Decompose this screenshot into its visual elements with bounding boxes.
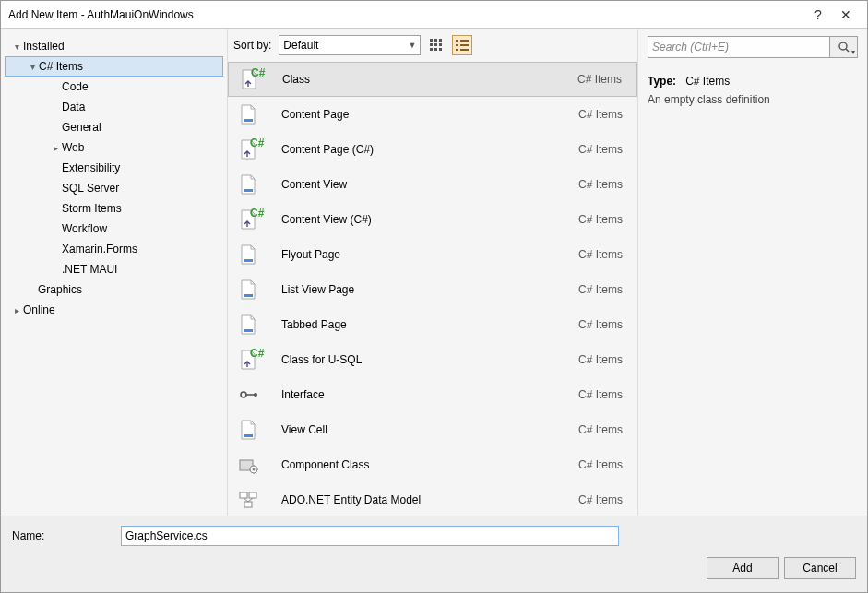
tree-item-label: Online (23, 303, 55, 316)
svg-point-37 (839, 42, 847, 50)
tree-item[interactable]: Graphics (5, 279, 223, 300)
svg-point-30 (253, 468, 256, 471)
tree-item-label: C# Items (39, 60, 83, 73)
tree-item[interactable]: Xamarin.Forms (5, 239, 223, 259)
template-label: Content View (278, 178, 560, 191)
page-icon (237, 243, 259, 266)
template-item[interactable]: C#Content View (C#)C# Items (228, 202, 637, 237)
template-category: C# Items (578, 318, 628, 331)
type-label: Type: (648, 75, 676, 88)
svg-rect-4 (434, 43, 437, 46)
tree-item-label: .NET MAUI (62, 263, 117, 276)
svg-rect-8 (439, 48, 442, 51)
svg-text:C#: C# (251, 66, 266, 79)
template-label: Content Page (C#) (278, 143, 560, 156)
template-item[interactable]: Flyout PageC# Items (228, 237, 637, 272)
add-button[interactable]: Add (707, 557, 779, 579)
svg-rect-31 (240, 492, 247, 498)
description-text: An empty class definition (648, 93, 858, 106)
tree-item-label: Installed (23, 40, 65, 53)
svg-text:C#: C# (250, 136, 265, 149)
svg-rect-18 (244, 189, 253, 192)
tree-item-label: General (62, 121, 101, 134)
template-item[interactable]: ADO.NET Entity Data ModelC# Items (228, 482, 637, 516)
template-item[interactable]: List View PageC# Items (228, 272, 637, 307)
footer: Name: Add Cancel (1, 516, 867, 592)
expander-icon[interactable]: ▸ (10, 305, 23, 315)
page-icon (237, 173, 259, 196)
tree-item[interactable]: ▸Online (5, 300, 223, 320)
tree-item[interactable]: Code (5, 77, 223, 97)
name-label: Name: (12, 529, 113, 542)
svg-point-26 (254, 393, 257, 397)
template-item[interactable]: C#Content Page (C#)C# Items (228, 132, 637, 167)
svg-rect-20 (244, 259, 253, 262)
search-button[interactable]: ▾ (830, 36, 858, 58)
page-icon (237, 314, 259, 336)
tree-item-label: Storm Items (62, 202, 122, 215)
tree-item[interactable]: Data (5, 97, 223, 117)
template-item[interactable]: View CellC# Items (228, 412, 637, 447)
template-category: C# Items (578, 248, 628, 261)
view-grid-button[interactable] (426, 35, 446, 55)
tree-item-label: Workflow (62, 222, 107, 235)
template-label: Class for U-SQL (278, 353, 560, 366)
template-item[interactable]: Content PageC# Items (228, 97, 637, 132)
tree-item-label: Extensibility (62, 161, 120, 174)
template-label: Class (279, 73, 559, 86)
template-label: Content Page (278, 108, 560, 121)
close-button[interactable]: ✕ (832, 1, 860, 29)
tree-item[interactable]: General (5, 117, 223, 137)
sort-label: Sort by: (233, 39, 271, 52)
cancel-button[interactable]: Cancel (784, 557, 856, 579)
window-title: Add New Item - AuthMauiOnWindows (8, 8, 804, 21)
template-item[interactable]: C#ClassC# Items (228, 62, 637, 97)
interface-icon (237, 384, 259, 406)
tree-item[interactable]: Extensibility (5, 158, 223, 178)
tree-item[interactable]: ▸Web (5, 137, 223, 158)
template-category: C# Items (578, 143, 628, 156)
template-label: Flyout Page (278, 248, 560, 261)
template-category: C# Items (578, 283, 628, 296)
tree-item[interactable]: Workflow (5, 219, 223, 239)
tree-item[interactable]: .NET MAUI (5, 259, 223, 279)
tree-item[interactable]: ▾C# Items (5, 56, 223, 77)
template-label: Interface (278, 388, 560, 401)
search-input[interactable] (648, 36, 830, 58)
name-row: Name: (12, 526, 856, 546)
svg-rect-2 (439, 39, 442, 42)
csharp-icon: C# (237, 138, 259, 160)
tree-item[interactable]: Storm Items (5, 198, 223, 219)
help-button[interactable]: ? (804, 1, 832, 29)
entity-icon (237, 489, 259, 511)
toolbar: Sort by: Default ▼ (228, 29, 637, 62)
csharp-icon: C# (237, 208, 259, 231)
template-category: C# Items (578, 353, 628, 366)
category-tree: ▾Installed▾C# ItemsCodeDataGeneral▸WebEx… (1, 29, 227, 516)
type-line: Type: C# Items (648, 75, 858, 88)
template-category: C# Items (578, 213, 628, 226)
tree-item-label: Xamarin.Forms (62, 243, 137, 255)
template-item[interactable]: Content ViewC# Items (228, 167, 637, 202)
svg-rect-9 (456, 40, 458, 42)
svg-rect-32 (249, 492, 256, 498)
name-input[interactable] (121, 526, 619, 546)
sort-dropdown[interactable]: Default ▼ (279, 35, 421, 55)
tree-item-label: SQL Server (62, 182, 119, 195)
svg-rect-11 (456, 44, 458, 46)
expander-icon[interactable]: ▾ (26, 62, 39, 72)
chevron-down-icon: ▼ (408, 41, 416, 50)
template-item[interactable]: Tabbed PageC# Items (228, 307, 637, 342)
view-list-button[interactable] (452, 35, 472, 55)
expander-icon[interactable]: ▾ (10, 42, 23, 52)
tree-item[interactable]: SQL Server (5, 178, 223, 198)
template-item[interactable]: InterfaceC# Items (228, 377, 637, 412)
template-item[interactable]: Component ClassC# Items (228, 447, 637, 482)
tree-item[interactable]: ▾Installed (5, 36, 223, 56)
template-item[interactable]: C#Class for U-SQLC# Items (228, 342, 637, 377)
svg-rect-5 (439, 43, 442, 46)
svg-rect-12 (460, 44, 469, 46)
list-icon (456, 39, 469, 52)
title-bar: Add New Item - AuthMauiOnWindows ? ✕ (1, 1, 867, 29)
expander-icon[interactable]: ▸ (49, 143, 62, 153)
